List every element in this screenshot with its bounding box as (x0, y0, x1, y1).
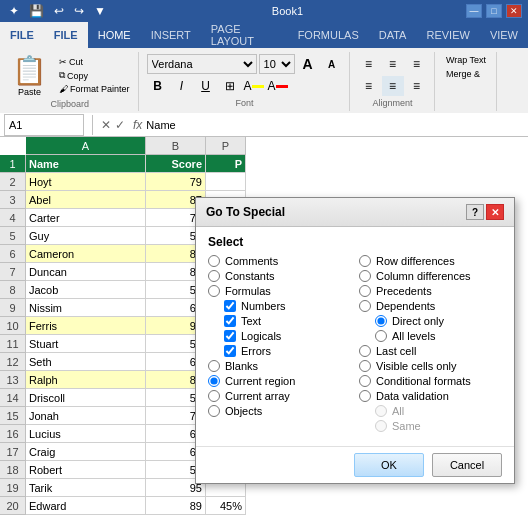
font-group-label: Font (236, 98, 254, 108)
fx-label: fx (133, 118, 142, 132)
radio-objects[interactable]: Objects (208, 405, 351, 417)
radio-same[interactable]: Same (375, 420, 502, 432)
dialog-right-column: Row differences Column differences Prece… (359, 255, 502, 432)
quick-access-dropdown-icon[interactable]: ▼ (91, 3, 109, 19)
tab-view[interactable]: VIEW (480, 22, 528, 48)
radio-constants[interactable]: Constants (208, 270, 351, 282)
radio-last-cell[interactable]: Last cell (359, 345, 502, 357)
radio-current-region[interactable]: Current region (208, 375, 351, 387)
font-name-row: Verdana 10 A A (147, 54, 343, 74)
shrink-font-button[interactable]: A (321, 54, 343, 74)
bold-button[interactable]: B (147, 76, 169, 96)
tab-page-layout[interactable]: PAGE LAYOUT (201, 22, 288, 48)
tab-review[interactable]: REVIEW (416, 22, 479, 48)
radio-precedents[interactable]: Precedents (359, 285, 502, 297)
radio-all-levels[interactable]: All levels (375, 330, 502, 342)
formula-bar: ✕ ✓ fx (0, 113, 528, 137)
clipboard-small-buttons: ✂ Cut ⧉ Copy 🖌 Format Painter (57, 56, 132, 95)
radio-row-diff[interactable]: Row differences (359, 255, 502, 267)
radio-all[interactable]: All (375, 405, 502, 417)
tab-insert[interactable]: INSERT (141, 22, 201, 48)
clipboard-group-label: Clipboard (51, 99, 90, 109)
goto-special-dialog: Go To Special ? ✕ Select Comments Consta… (195, 197, 515, 484)
dialog-left-column: Comments Constants Formulas Numbers Text… (208, 255, 351, 432)
tab-home[interactable]: HOME (88, 22, 141, 48)
alignment-group-label: Alignment (373, 98, 413, 108)
radio-direct-only[interactable]: Direct only (375, 315, 502, 327)
alignment-row1: ≡ ≡ ≡ (358, 54, 428, 74)
maximize-button[interactable]: □ (486, 4, 502, 18)
font-color-button[interactable]: A (267, 76, 289, 96)
radio-formulas[interactable]: Formulas (208, 285, 351, 297)
tab-data[interactable]: DATA (369, 22, 417, 48)
radio-col-diff[interactable]: Column differences (359, 270, 502, 282)
wrap-text-button[interactable]: Wrap Text (444, 54, 488, 66)
dialog-title-icons: ? ✕ (466, 204, 504, 220)
window-controls: — □ ✕ (466, 4, 522, 18)
ok-button[interactable]: OK (354, 453, 424, 477)
radio-cond-formats[interactable]: Conditional formats (359, 375, 502, 387)
formula-input[interactable] (146, 119, 528, 131)
radio-data-validation[interactable]: Data validation (359, 390, 502, 402)
italic-button[interactable]: I (171, 76, 193, 96)
dialog-title-text: Go To Special (206, 205, 285, 219)
align-bottom-left-button[interactable]: ≡ (358, 76, 380, 96)
dialog-section-label: Select (208, 235, 502, 249)
window-title: Book1 (272, 5, 303, 17)
save-icon[interactable]: 💾 (26, 3, 47, 19)
radio-blanks[interactable]: Blanks (208, 360, 351, 372)
border-button[interactable]: ⊞ (219, 76, 241, 96)
dialog-title-bar: Go To Special ? ✕ (196, 198, 514, 227)
undo-icon[interactable]: ↩ (51, 3, 67, 19)
check-logicals[interactable]: Logicals (224, 330, 351, 342)
tab-formulas[interactable]: FORMULAS (288, 22, 369, 48)
font-group: Verdana 10 A A B I U ⊞ A A Font (141, 52, 350, 111)
dialog-overlay: Go To Special ? ✕ Select Comments Consta… (0, 137, 528, 515)
fill-color-button[interactable]: A (243, 76, 265, 96)
wrap-merge-group: Wrap Text Merge & (437, 52, 497, 111)
dialog-help-button[interactable]: ? (466, 204, 484, 220)
paste-label: Paste (18, 87, 41, 97)
close-button[interactable]: ✕ (506, 4, 522, 18)
alignment-group-content: ≡ ≡ ≡ ≡ ≡ ≡ (358, 54, 428, 96)
paste-button[interactable]: 📋 (8, 54, 51, 87)
dialog-columns: Comments Constants Formulas Numbers Text… (208, 255, 502, 432)
workspace: A B P 1NameScoreP2Hoyt793Abel874Carter71… (0, 137, 528, 515)
font-group-content: Verdana 10 A A B I U ⊞ A A (147, 54, 343, 96)
font-name-select[interactable]: Verdana (147, 54, 257, 74)
quick-access-toolbar: ✦ 💾 ↩ ↪ ▼ Book1 — □ ✕ (0, 0, 528, 22)
tab-file-label[interactable]: FILE (44, 22, 88, 48)
underline-button[interactable]: U (195, 76, 217, 96)
wrap-merge-content: Wrap Text Merge & (444, 54, 488, 80)
formula-icons: ✕ ✓ (97, 118, 129, 132)
radio-dependents[interactable]: Dependents (359, 300, 502, 312)
check-text[interactable]: Text (224, 315, 351, 327)
check-numbers[interactable]: Numbers (224, 300, 351, 312)
cancel-button[interactable]: Cancel (432, 453, 502, 477)
font-size-select[interactable]: 10 (259, 54, 295, 74)
confirm-formula-icon[interactable]: ✓ (115, 118, 125, 132)
format-painter-button[interactable]: 🖌 Format Painter (57, 83, 132, 95)
merge-button[interactable]: Merge & (444, 68, 488, 80)
grow-font-button[interactable]: A (297, 54, 319, 74)
tab-file[interactable]: FILE (0, 22, 44, 48)
cancel-formula-icon[interactable]: ✕ (101, 118, 111, 132)
align-top-center-button[interactable]: ≡ (382, 54, 404, 74)
name-box[interactable] (4, 114, 84, 136)
cut-button[interactable]: ✂ Cut (57, 56, 132, 68)
align-top-right-button[interactable]: ≡ (406, 54, 428, 74)
alignment-group: ≡ ≡ ≡ ≡ ≡ ≡ Alignment (352, 52, 435, 111)
clipboard-group: 📋 Paste ✂ Cut ⧉ Copy 🖌 Format Painter Cl… (2, 52, 139, 111)
copy-button[interactable]: ⧉ Copy (57, 69, 132, 82)
align-top-left-button[interactable]: ≡ (358, 54, 380, 74)
radio-comments[interactable]: Comments (208, 255, 351, 267)
check-errors[interactable]: Errors (224, 345, 351, 357)
redo-icon[interactable]: ↪ (71, 3, 87, 19)
align-bottom-right-button[interactable]: ≡ (406, 76, 428, 96)
minimize-button[interactable]: — (466, 4, 482, 18)
radio-visible-only[interactable]: Visible cells only (359, 360, 502, 372)
dialog-close-button[interactable]: ✕ (486, 204, 504, 220)
excel-logo-icon: ✦ (6, 3, 22, 19)
radio-current-array[interactable]: Current array (208, 390, 351, 402)
align-bottom-center-button[interactable]: ≡ (382, 76, 404, 96)
